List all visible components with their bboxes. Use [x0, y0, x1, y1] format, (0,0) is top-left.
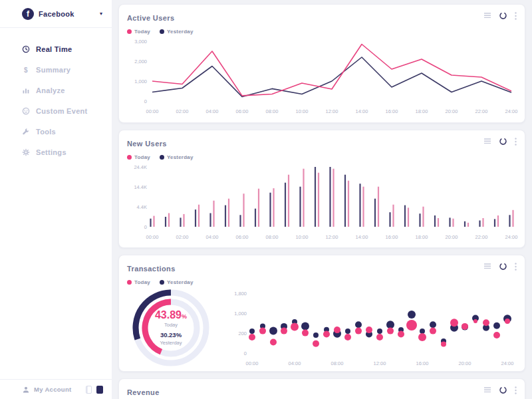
svg-text:18:00: 18:00	[416, 108, 428, 114]
chart-legend: Today Yesterday	[119, 149, 525, 160]
svg-text:16:00: 16:00	[386, 234, 398, 240]
refresh-icon[interactable]	[499, 137, 507, 146]
sidebar-item-label: Summary	[36, 66, 70, 74]
svg-text:1,800: 1,800	[234, 291, 247, 297]
svg-text:22:00: 22:00	[475, 108, 488, 114]
transactions-card: Transactions Today Yesterday	[118, 255, 525, 372]
yesterday-dot-icon	[160, 155, 164, 160]
kebab-icon[interactable]	[515, 138, 517, 146]
svg-text:22:00: 22:00	[475, 234, 488, 240]
sidebar-item-real-time[interactable]: Real Time	[0, 39, 112, 59]
facebook-logo-icon: f	[22, 8, 34, 20]
new-users-bar-chart: 04.4K14.4K24.4K00:0002:0004:0006:0008:00…	[126, 160, 519, 244]
panel-toggle-dark-icon[interactable]	[96, 386, 103, 394]
chart-legend: Today Yesterday	[119, 274, 525, 285]
refresh-icon[interactable]	[499, 262, 507, 271]
sidebar-footer: My Account	[0, 379, 112, 399]
legend-yesterday[interactable]: Yesterday	[160, 279, 194, 285]
yesterday-label: Yesterday	[160, 340, 182, 346]
svg-text:02:00: 02:00	[176, 108, 189, 114]
svg-text:3,000: 3,000	[134, 39, 147, 45]
svg-text:200: 200	[238, 331, 247, 336]
kebab-icon[interactable]	[515, 12, 517, 20]
legend-today[interactable]: Today	[127, 279, 150, 285]
svg-text:00:00: 00:00	[146, 234, 159, 240]
menu-icon[interactable]	[484, 13, 491, 19]
transactions-content: 43.89% Today 30.23% Yesterday 02001,0001…	[119, 285, 525, 370]
svg-text:0: 0	[144, 224, 147, 230]
svg-text:10:00: 10:00	[296, 234, 309, 240]
bar-chart-icon	[22, 86, 30, 94]
svg-text:12:00: 12:00	[374, 360, 386, 366]
active-users-card: Active Users Today Yesterday 01,0002,000	[118, 4, 525, 123]
svg-text:20:00: 20:00	[459, 360, 471, 366]
workspace-selector[interactable]: f Facebook ▾	[0, 0, 112, 28]
menu-icon[interactable]	[484, 263, 491, 269]
card-actions	[484, 11, 517, 20]
gear-icon	[22, 148, 30, 156]
today-percentage: 43.89%	[155, 310, 187, 321]
yesterday-dot-icon	[160, 280, 164, 285]
menu-icon[interactable]	[484, 387, 491, 393]
legend-yesterday[interactable]: Yesterday	[160, 29, 194, 35]
legend-yesterday[interactable]: Yesterday	[160, 154, 194, 160]
card-actions	[484, 386, 517, 394]
card-title: Active Users	[127, 14, 174, 22]
svg-text:24.4K: 24.4K	[134, 164, 147, 170]
smiley-icon	[22, 107, 30, 115]
svg-text:0: 0	[144, 98, 147, 104]
dashboard: Active Users Today Yesterday 01,0002,000	[118, 0, 532, 399]
sidebar-item-analyze[interactable]: Analyze	[0, 80, 112, 100]
menu-icon[interactable]	[484, 138, 491, 144]
today-dot-icon	[127, 280, 132, 285]
refresh-icon[interactable]	[499, 386, 507, 394]
svg-text:24:00: 24:00	[505, 108, 518, 114]
svg-text:04:00: 04:00	[206, 234, 219, 240]
sidebar: f Facebook ▾ Real Time $ Summary Analyze	[0, 0, 112, 399]
svg-text:16:00: 16:00	[386, 108, 398, 114]
sidebar-item-summary[interactable]: $ Summary	[0, 59, 112, 80]
sidebar-item-label: Real Time	[36, 45, 72, 53]
transactions-scatter-chart: 02001,0001,80000:0004:0008:0012:0016:002…	[225, 287, 517, 370]
today-dot-icon	[127, 29, 132, 34]
kebab-icon[interactable]	[515, 386, 517, 394]
workspace-name: Facebook	[39, 10, 74, 18]
svg-text:4.4K: 4.4K	[137, 204, 147, 210]
yesterday-percentage: 30.23%	[160, 331, 182, 338]
card-title: Transactions	[127, 265, 176, 273]
sidebar-item-label: Custom Event	[36, 107, 88, 115]
svg-text:24:00: 24:00	[501, 360, 514, 366]
svg-text:04:00: 04:00	[206, 108, 219, 114]
legend-today[interactable]: Today	[127, 154, 150, 160]
svg-text:16:00: 16:00	[416, 360, 429, 366]
card-actions	[484, 137, 517, 146]
sidebar-item-tools[interactable]: Tools	[0, 121, 112, 142]
panel-toggle-light-icon[interactable]	[86, 386, 92, 394]
card-title: New Users	[127, 140, 167, 148]
donut-center-labels: 43.89% Today 30.23% Yesterday	[144, 301, 198, 354]
today-dot-icon	[127, 155, 132, 160]
svg-text:12:00: 12:00	[326, 108, 338, 114]
yesterday-dot-icon	[160, 29, 164, 34]
kebab-icon[interactable]	[515, 263, 517, 271]
sidebar-item-custom-event[interactable]: Custom Event	[0, 100, 112, 121]
sidebar-item-settings[interactable]: Settings	[0, 142, 112, 162]
refresh-icon[interactable]	[499, 11, 507, 20]
sidebar-item-label: Analyze	[36, 86, 65, 94]
svg-text:14:00: 14:00	[356, 234, 368, 240]
card-actions	[484, 262, 517, 271]
svg-text:08:00: 08:00	[266, 234, 279, 240]
chevron-down-icon: ▾	[100, 11, 102, 17]
svg-text:14:00: 14:00	[356, 108, 368, 114]
view-toggles	[86, 386, 103, 394]
chart-legend: Today Yesterday	[119, 23, 525, 35]
svg-text:02:00: 02:00	[176, 234, 189, 240]
svg-text:0: 0	[244, 350, 247, 356]
my-account-button[interactable]: My Account	[34, 386, 71, 393]
svg-text:1,000: 1,000	[234, 311, 247, 317]
svg-text:14.4K: 14.4K	[134, 184, 147, 190]
svg-text:1,000: 1,000	[134, 78, 147, 84]
legend-today[interactable]: Today	[127, 29, 150, 35]
svg-text:12:00: 12:00	[326, 234, 338, 240]
today-label: Today	[164, 322, 178, 328]
